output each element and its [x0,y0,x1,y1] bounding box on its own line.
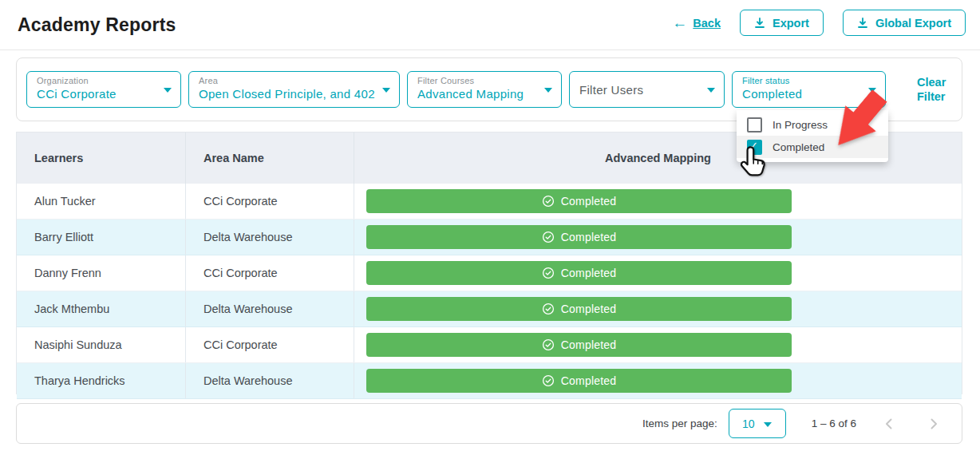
status-badge-label: Completed [561,195,617,208]
courses-filter[interactable]: Filter Courses Advanced Mapping [407,71,562,108]
learner-cell: Jack Mthembu [17,291,186,326]
area-cell: CCi Corporate [186,184,354,219]
back-arrow-icon: ← [672,15,687,30]
area-cell: CCi Corporate [186,327,354,362]
status-cell: Completed [354,327,962,362]
table-row: Tharya Hendricks Delta Warehouse Complet… [17,363,962,399]
status-badge-label: Completed [561,374,617,387]
check-circle-icon [542,374,555,387]
area-cell: Delta Warehouse [186,291,354,326]
area-filter-value: Open Closed Principle, and 402 more [199,86,375,108]
status-cell: Completed [354,220,962,255]
status-cell: Completed [354,184,962,219]
table-body: Alun Tucker CCi Corporate Completed Barr… [17,184,962,399]
page-range-label: 1 – 6 of 6 [812,417,856,429]
status-badge-label: Completed [561,267,617,279]
check-circle-icon [542,267,555,279]
users-filter[interactable]: Filter Users [569,71,725,108]
status-badge: Completed [366,189,792,213]
check-circle-icon [542,338,555,351]
learner-cell: Alun Tucker [17,184,186,219]
header-actions: ← Back Export Global Export [672,10,966,36]
table-row: Danny Frenn CCi Corporate Completed [17,255,962,291]
courses-filter-value: Advanced Mapping [417,86,537,101]
global-export-button-label: Global Export [875,17,951,30]
area-cell: Delta Warehouse [186,220,354,255]
table-row: Jack Mthembu Delta Warehouse Completed [17,291,962,327]
check-circle-icon [542,231,555,243]
organization-filter-label: Organization [37,75,156,86]
status-option-label: Completed [773,141,824,153]
area-filter[interactable]: Area Open Closed Principle, and 402 more [188,71,400,108]
download-icon [754,18,765,29]
courses-filter-label: Filter Courses [417,75,537,86]
learner-cell: Barry Elliott [17,220,186,255]
area-filter-label: Area [199,75,375,86]
export-button[interactable]: Export [740,10,824,36]
chevron-down-icon [544,88,552,93]
status-badge: Completed [366,333,792,357]
table-row: Nasiphi Sunduza CCi Corporate Completed [17,327,962,363]
pagination-bar: Items per page: 10 1 – 6 of 6 [16,403,962,444]
status-badge-label: Completed [561,338,617,351]
previous-page-button[interactable] [875,410,903,437]
status-cell: Completed [354,255,962,291]
status-badge: Completed [366,297,792,321]
clear-filter-button[interactable]: Clear Filter [917,75,960,104]
area-cell: CCi Corporate [186,255,354,291]
export-button-label: Export [773,17,809,30]
column-header-area-name: Area Name [186,133,354,184]
check-circle-icon [542,303,555,315]
back-link[interactable]: ← Back [672,15,721,30]
status-badge-label: Completed [561,303,617,315]
items-per-page-select[interactable]: 10 [729,409,786,438]
chevron-right-icon [926,416,942,432]
status-option-checkbox[interactable] [747,117,762,133]
organization-filter-value: CCi Corporate [37,86,156,101]
reports-table: Learners Area Name Advanced Mapping Alun… [16,132,962,394]
status-cell: Completed [354,363,962,398]
status-badge: Completed [366,225,792,249]
download-icon [857,18,868,29]
learner-cell: Tharya Hendricks [17,363,186,398]
chevron-down-icon [764,422,772,427]
status-badge-label: Completed [561,231,617,243]
hand-pointer-cursor-icon [737,144,771,183]
back-link-label: Back [693,17,721,30]
next-page-button[interactable] [920,410,947,437]
chevron-down-icon [382,88,390,93]
chevron-down-icon [164,88,172,93]
table-row: Alun Tucker CCi Corporate Completed [17,184,962,220]
status-badge: Completed [366,369,792,393]
page-title: Academy Reports [18,14,176,36]
chevron-down-icon [707,88,715,93]
chevron-left-icon [881,416,897,432]
learner-cell: Danny Frenn [17,255,186,291]
table-row: Barry Elliott Delta Warehouse Completed [17,220,962,255]
organization-filter[interactable]: Organization CCi Corporate [26,71,181,108]
check-circle-icon [542,195,555,208]
header-divider [0,49,980,50]
status-badge: Completed [366,261,792,285]
status-cell: Completed [354,291,962,326]
learner-cell: Nasiphi Sunduza [17,327,186,362]
global-export-button[interactable]: Global Export [843,10,966,36]
status-filter-label: Filter status [742,75,861,86]
users-filter-label: Filter Users [579,82,643,97]
items-per-page-value: 10 [742,417,755,430]
column-header-learners: Learners [17,133,186,184]
items-per-page-label: Items per page: [642,417,717,429]
area-cell: Delta Warehouse [186,363,354,398]
